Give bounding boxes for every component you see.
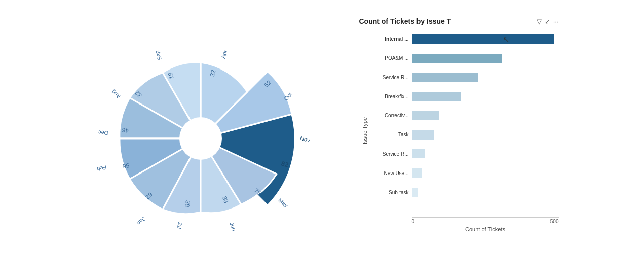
- bar-track: ↖: [412, 34, 559, 44]
- bar-track: [412, 188, 559, 197]
- svg-text:Nov: Nov: [299, 135, 311, 144]
- bar-track: [412, 54, 559, 63]
- bar-label: Sub-task: [372, 190, 409, 195]
- bar-fill: [412, 130, 434, 140]
- bar-label: New Use...: [372, 170, 409, 176]
- bar-label: Correctiv...: [372, 113, 409, 118]
- bar-fill: [412, 34, 554, 44]
- chart-content: Internal ...↖POA&M ...Service R...Break/…: [370, 29, 559, 232]
- main-container: 82 Nov 52 Oct 32 Apr 19 Sep 32 Aug 46 De…: [0, 0, 644, 277]
- bar-track: [412, 130, 559, 140]
- bar-fill: [412, 73, 478, 82]
- x-axis-area: 0 500 Count of Tickets: [412, 217, 559, 232]
- bar-label: POA&M ...: [372, 55, 409, 61]
- bar-row: POA&M ...: [372, 51, 559, 65]
- svg-text:46: 46: [121, 126, 129, 134]
- x-ticks: 0 500: [412, 218, 559, 224]
- bar-track: [412, 111, 559, 120]
- bar-row: New Use...: [372, 166, 559, 180]
- y-axis-label: Issue Type: [359, 29, 370, 232]
- bar-track: [412, 149, 559, 158]
- bar-chart-panel: Count of Tickets by Issue T ▽ ⤢ ··· Issu…: [353, 12, 565, 265]
- bar-label: Internal ...: [372, 36, 409, 42]
- bar-track: [412, 92, 559, 101]
- svg-text:Feb: Feb: [96, 164, 107, 172]
- bar-row: Correctiv...: [372, 109, 559, 123]
- filter-icon[interactable]: ▽: [537, 18, 542, 25]
- bar-row: Sub-task: [372, 185, 559, 199]
- bar-fill: [412, 111, 439, 120]
- expand-icon[interactable]: ⤢: [545, 18, 550, 25]
- svg-text:Aug: Aug: [110, 89, 122, 100]
- panel-header: Count of Tickets by Issue T ▽ ⤢ ···: [359, 17, 559, 25]
- bar-track: [412, 168, 559, 178]
- svg-text:38: 38: [183, 200, 191, 208]
- bar-fill: [412, 92, 461, 101]
- bar-label: Service R...: [372, 151, 409, 157]
- bar-label: Task: [372, 132, 409, 137]
- bar-label: Break/fix...: [372, 94, 409, 99]
- svg-text:May: May: [277, 197, 289, 209]
- panel-icons: ▽ ⤢ ···: [537, 18, 559, 25]
- svg-point-0: [179, 117, 222, 160]
- x-tick-500: 500: [550, 219, 559, 224]
- bars-container: Internal ...↖POA&M ...Service R...Break/…: [372, 29, 559, 217]
- bar-fill: [412, 168, 422, 178]
- bar-fill: [412, 149, 426, 158]
- more-icon[interactable]: ···: [553, 18, 559, 25]
- svg-text:Jul: Jul: [176, 221, 183, 230]
- svg-text:Jan: Jan: [135, 216, 146, 227]
- svg-text:Jun: Jun: [229, 221, 237, 232]
- bar-chart-area: Issue Type Internal ...↖POA&M ...Service…: [359, 29, 559, 232]
- panel-title: Count of Tickets by Issue T: [359, 17, 451, 25]
- bar-track: [412, 73, 559, 82]
- bar-fill: [412, 54, 503, 63]
- bar-row: Task: [372, 128, 559, 142]
- bar-row: Break/fix...: [372, 89, 559, 103]
- x-tick-0: 0: [412, 219, 415, 224]
- svg-text:Apr: Apr: [220, 49, 228, 59]
- svg-text:56: 56: [122, 162, 130, 170]
- x-axis-label: Count of Tickets: [412, 226, 559, 232]
- radial-chart: 82 Nov 52 Oct 32 Apr 19 Sep 32 Aug 46 De…: [79, 17, 322, 260]
- bar-row: Internal ...↖: [372, 32, 559, 46]
- bar-row: Service R...: [372, 70, 559, 84]
- bar-label: Service R...: [372, 75, 409, 80]
- svg-text:Dec: Dec: [97, 129, 108, 136]
- svg-text:Sep: Sep: [154, 50, 163, 61]
- bar-fill: [412, 188, 418, 197]
- bar-row: Service R...: [372, 147, 559, 161]
